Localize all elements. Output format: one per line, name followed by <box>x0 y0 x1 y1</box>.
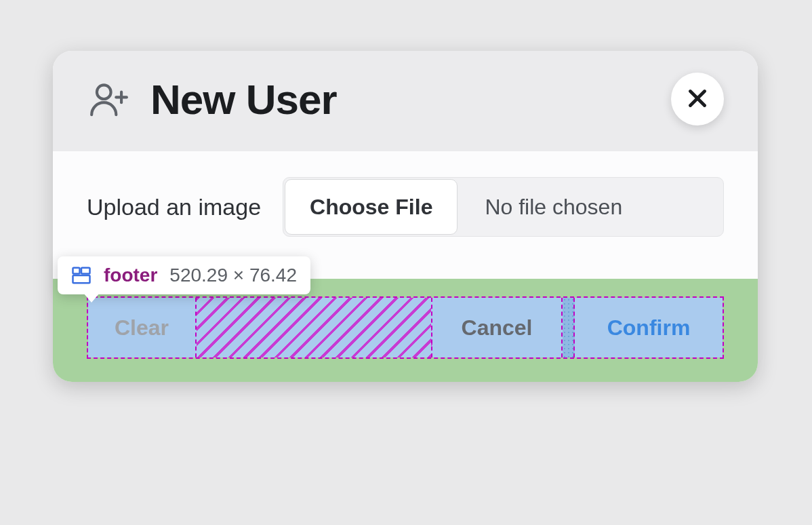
clear-button[interactable]: Clear <box>88 298 197 357</box>
svg-rect-6 <box>81 268 90 274</box>
confirm-button[interactable]: Confirm <box>575 298 723 357</box>
close-button[interactable] <box>671 73 724 125</box>
svg-rect-7 <box>73 275 90 283</box>
layout-icon <box>71 265 92 286</box>
file-picker: Choose File No file chosen <box>283 177 724 237</box>
svg-point-0 <box>97 85 111 99</box>
user-plus-icon <box>87 77 131 121</box>
flex-spacer <box>197 298 432 357</box>
flex-gap <box>563 298 575 357</box>
close-icon <box>685 86 710 113</box>
tooltip-dimensions: 520.29 × 76.42 <box>169 265 297 286</box>
tooltip-element-name: footer <box>104 265 157 286</box>
new-user-dialog: New User Upload an image Choose File No … <box>53 51 758 382</box>
file-status: No file chosen <box>459 178 723 236</box>
devtools-tooltip: footer 520.29 × 76.42 <box>58 256 310 294</box>
upload-label: Upload an image <box>87 194 261 220</box>
choose-file-button[interactable]: Choose File <box>285 179 458 235</box>
cancel-button[interactable]: Cancel <box>432 298 563 357</box>
footer-flex-highlight: Clear Cancel Confirm <box>87 296 724 359</box>
dialog-title: New User <box>150 75 337 123</box>
dialog-header: New User <box>53 51 758 151</box>
svg-rect-5 <box>73 268 80 274</box>
